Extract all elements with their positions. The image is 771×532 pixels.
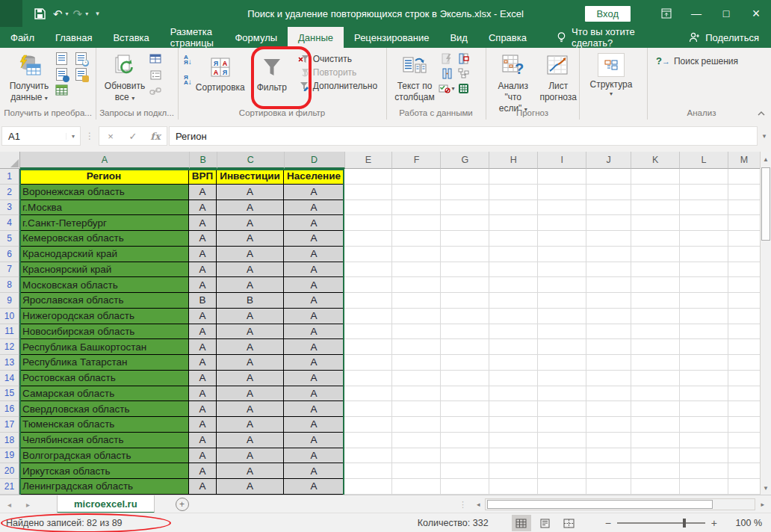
cell-M6[interactable] <box>728 247 761 262</box>
cell-A1[interactable]: Регион <box>19 169 189 185</box>
cell-B10[interactable]: А <box>189 309 217 324</box>
row-header-9[interactable]: 9 <box>0 293 19 309</box>
cell-D20[interactable]: А <box>284 463 344 479</box>
cell-L3[interactable] <box>680 200 728 216</box>
cell-L5[interactable] <box>680 231 728 247</box>
row-header-3[interactable]: 3 <box>0 200 19 216</box>
cell-C13[interactable]: А <box>217 355 284 371</box>
horizontal-scroll-track[interactable] <box>485 498 755 510</box>
cell-I6[interactable] <box>538 247 586 262</box>
cell-J4[interactable] <box>586 215 631 231</box>
vertical-scroll-thumb[interactable] <box>761 167 770 241</box>
advanced-filter-button[interactable]: Дополнительно <box>298 81 377 91</box>
cell-H21[interactable] <box>489 479 538 495</box>
cell-K8[interactable] <box>631 277 680 293</box>
cell-D14[interactable]: А <box>284 371 344 386</box>
cell-F4[interactable] <box>392 215 441 231</box>
ribbon-tab-Формулы[interactable]: Формулы <box>224 27 288 48</box>
cell-H10[interactable] <box>489 309 538 324</box>
cell-E15[interactable] <box>344 386 392 402</box>
cell-E3[interactable] <box>344 200 392 216</box>
cell-K2[interactable] <box>631 185 680 200</box>
cell-H16[interactable] <box>489 401 538 417</box>
cell-J9[interactable] <box>586 293 631 309</box>
cell-F1[interactable] <box>392 169 441 185</box>
cell-J7[interactable] <box>586 262 631 278</box>
cell-B2[interactable]: А <box>189 185 217 200</box>
cell-J1[interactable] <box>586 169 631 185</box>
cell-I12[interactable] <box>538 339 586 355</box>
row-header-18[interactable]: 18 <box>0 433 19 448</box>
cell-G10[interactable] <box>441 309 489 324</box>
insert-function-icon[interactable]: fx <box>144 131 167 142</box>
cell-K12[interactable] <box>631 339 680 355</box>
ribbon-tab-Файл[interactable]: Файл <box>0 27 45 48</box>
ribbon-tab-Разметка страницы[interactable]: Разметка страницы <box>160 27 225 48</box>
ribbon-display-options-icon[interactable] <box>651 0 681 27</box>
cell-E12[interactable] <box>344 339 392 355</box>
cell-G8[interactable] <box>441 277 489 293</box>
cell-A14[interactable]: Ростовская область <box>19 371 189 386</box>
cell-D5[interactable]: А <box>284 231 344 247</box>
cell-J19[interactable] <box>586 448 631 464</box>
cell-B14[interactable]: А <box>189 371 217 386</box>
cell-K15[interactable] <box>631 386 680 402</box>
cell-C10[interactable]: А <box>217 309 284 324</box>
cell-H19[interactable] <box>489 448 538 464</box>
cell-A18[interactable]: Челябинская область <box>19 433 189 448</box>
cell-D4[interactable]: А <box>284 215 344 231</box>
cancel-icon[interactable]: × <box>99 131 122 142</box>
cell-M11[interactable] <box>728 324 761 340</box>
cell-M5[interactable] <box>728 231 761 247</box>
cell-B9[interactable]: В <box>189 293 217 309</box>
zoom-out-icon[interactable]: − <box>599 517 617 529</box>
cell-G16[interactable] <box>441 401 489 417</box>
close-button[interactable]: × <box>741 0 771 27</box>
cell-K17[interactable] <box>631 417 680 433</box>
zoom-in-icon[interactable]: + <box>705 517 723 529</box>
cell-A13[interactable]: Республика Татарстан <box>19 355 189 371</box>
row-header-14[interactable]: 14 <box>0 371 19 386</box>
cell-E10[interactable] <box>344 309 392 324</box>
cell-E17[interactable] <box>344 417 392 433</box>
cell-G2[interactable] <box>441 185 489 200</box>
cell-C18[interactable]: А <box>217 433 284 448</box>
cell-L4[interactable] <box>680 215 728 231</box>
cell-E11[interactable] <box>344 324 392 340</box>
cell-A2[interactable]: Воронежская область <box>19 185 189 200</box>
cell-M16[interactable] <box>728 401 761 417</box>
cell-L20[interactable] <box>680 463 728 479</box>
cell-G20[interactable] <box>441 463 489 479</box>
cell-J11[interactable] <box>586 324 631 340</box>
cell-M10[interactable] <box>728 309 761 324</box>
collapse-ribbon-icon[interactable] <box>758 111 765 116</box>
cell-I5[interactable] <box>538 231 586 247</box>
cell-C5[interactable]: А <box>217 231 284 247</box>
cell-I2[interactable] <box>538 185 586 200</box>
cell-M17[interactable] <box>728 417 761 433</box>
ribbon-tab-Справка[interactable]: Справка <box>478 27 537 48</box>
row-header-13[interactable]: 13 <box>0 355 19 371</box>
cell-B8[interactable]: А <box>189 277 217 293</box>
cell-I15[interactable] <box>538 386 586 402</box>
cell-C3[interactable]: А <box>217 200 284 216</box>
cell-K13[interactable] <box>631 355 680 371</box>
cell-H17[interactable] <box>489 417 538 433</box>
cell-B19[interactable]: А <box>189 448 217 464</box>
row-header-15[interactable]: 15 <box>0 386 19 402</box>
column-header-H[interactable]: H <box>489 152 538 169</box>
cell-G18[interactable] <box>441 433 489 448</box>
cell-G17[interactable] <box>441 417 489 433</box>
cell-I11[interactable] <box>538 324 586 340</box>
new-sheet-icon[interactable]: + <box>176 498 189 511</box>
cell-M12[interactable] <box>728 339 761 355</box>
undo-caret-icon[interactable]: ▾ <box>66 10 69 17</box>
cell-I21[interactable] <box>538 479 586 495</box>
ribbon-tab-Данные[interactable]: Данные <box>288 27 344 48</box>
outline-button[interactable]: Структура ▾ <box>579 48 643 98</box>
cell-A3[interactable]: г.Москва <box>19 200 189 216</box>
cell-L12[interactable] <box>680 339 728 355</box>
cell-E4[interactable] <box>344 215 392 231</box>
redo-caret-icon[interactable]: ▾ <box>85 10 88 17</box>
cell-C17[interactable]: А <box>217 417 284 433</box>
